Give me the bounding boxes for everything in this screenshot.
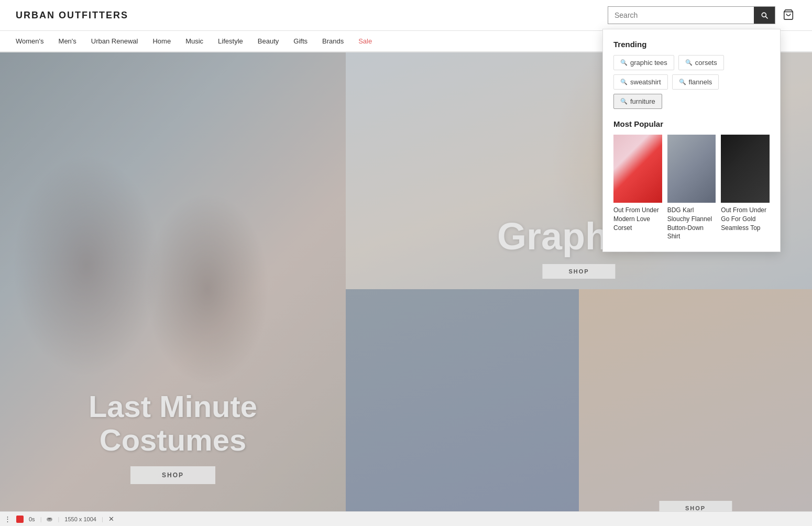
search-dropdown: Trending 🔍 graphic tees 🔍 corsets 🔍 swea… xyxy=(602,29,781,252)
tag-search-icon-5: 🔍 xyxy=(620,98,628,105)
logo: URBAN OUTFITTERS xyxy=(16,10,128,21)
tag-search-icon-4: 🔍 xyxy=(679,79,686,85)
search-button[interactable] xyxy=(754,7,775,24)
nav-item-music[interactable]: Music xyxy=(185,37,203,45)
nav-item-urban-renewal[interactable]: Urban Renewal xyxy=(91,37,138,45)
tag-search-icon-3: 🔍 xyxy=(620,79,628,85)
search-bar xyxy=(608,6,775,24)
product-name-2: BDG Karl Slouchy Flannel Button-Down Shi… xyxy=(667,206,716,241)
nav-item-beauty[interactable]: Beauty xyxy=(258,37,279,45)
status-dimensions: 812 x 526 xyxy=(64,516,96,522)
product-card-2[interactable]: BDG Karl Slouchy Flannel Button-Down Shi… xyxy=(667,135,716,241)
camera-icon: ⛂ xyxy=(47,515,52,523)
tag-flannels[interactable]: 🔍 flannels xyxy=(672,74,719,90)
product-image-1 xyxy=(613,135,662,203)
header: URBAN OUTFITTERS xyxy=(0,0,812,31)
tag-corsets[interactable]: 🔍 corsets xyxy=(678,55,724,70)
status-dot xyxy=(16,516,24,523)
tag-search-icon-2: 🔍 xyxy=(685,59,693,66)
tag-furniture[interactable]: 🔍 furniture xyxy=(613,94,662,109)
nav-item-lifestyle[interactable]: Lifestyle xyxy=(218,37,243,45)
product-image-2 xyxy=(667,135,716,203)
product-name-1: Out From Under Modern Love Corset xyxy=(613,206,662,232)
status-close-button[interactable]: ✕ xyxy=(108,515,114,523)
tag-sweatshirt[interactable]: 🔍 sweatshirt xyxy=(613,74,668,90)
popular-products: Out From Under Modern Love Corset BDG Ka… xyxy=(613,135,770,241)
nav-item-brands[interactable]: Brands xyxy=(322,37,344,45)
product-name-3: Out From Under Go For Gold Seamless Top xyxy=(721,206,770,232)
product-card-3[interactable]: Out From Under Go For Gold Seamless Top xyxy=(721,135,770,241)
product-card-1[interactable]: Out From Under Modern Love Corset xyxy=(613,135,662,241)
cart-icon xyxy=(783,9,794,20)
search-icon xyxy=(760,11,769,19)
cart-button[interactable] xyxy=(781,7,796,24)
trending-tags: 🔍 graphic tees 🔍 corsets 🔍 sweatshirt 🔍 … xyxy=(613,55,770,109)
nav-item-mens[interactable]: Men's xyxy=(59,37,76,45)
status-time: 0s xyxy=(29,516,35,522)
product-image-3 xyxy=(721,135,770,203)
nav-item-sale[interactable]: Sale xyxy=(358,37,372,45)
header-right xyxy=(608,6,796,24)
search-input[interactable] xyxy=(608,7,754,24)
tag-search-icon-1: 🔍 xyxy=(620,59,628,66)
tag-graphic-tees[interactable]: 🔍 graphic tees xyxy=(613,55,674,70)
most-popular-title: Most Popular xyxy=(613,119,770,128)
grid-icon[interactable]: ⋮ xyxy=(4,515,11,523)
nav-item-home[interactable]: Home xyxy=(152,37,171,45)
status-bar: ⋮ 0s | ⛂ | 812 x 526 | ✕ xyxy=(0,511,812,526)
nav-item-womens[interactable]: Women's xyxy=(16,37,44,45)
nav-item-gifts[interactable]: Gifts xyxy=(293,37,308,45)
trending-title: Trending xyxy=(613,40,770,49)
